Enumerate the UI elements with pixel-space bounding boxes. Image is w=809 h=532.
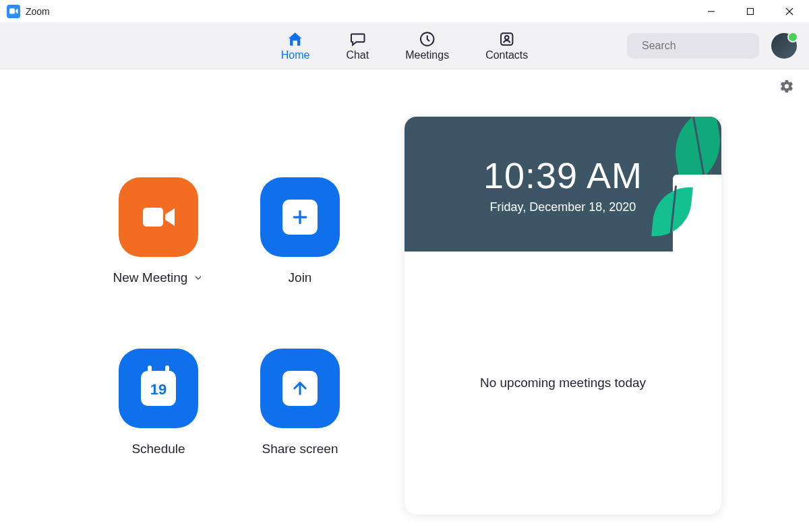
svg-point-7 [505,36,509,40]
zoom-app-icon [7,5,20,18]
home-icon [287,30,304,48]
window-controls [692,0,809,22]
search-input[interactable] [642,40,777,52]
window-close-button[interactable] [770,0,809,22]
video-icon [140,204,177,231]
schedule-button[interactable]: 19 [119,349,198,428]
tab-home[interactable]: Home [281,30,310,61]
tab-label: Home [281,49,310,61]
clock-hero: 10:39 AM Friday, December 18, 2020 [404,117,721,252]
no-meetings-message: No upcoming meetings today [480,376,646,390]
sub-toolbar [0,69,809,103]
svg-rect-0 [9,9,15,14]
profile-avatar[interactable] [771,33,797,59]
share-screen-button[interactable] [260,349,340,428]
schedule-label: Schedule [131,442,185,456]
chevron-down-icon [193,272,204,283]
maximize-icon [746,7,755,16]
window-titlebar: Zoom [0,0,809,22]
join-label: Join [289,270,312,285]
new-meeting-label: New Meeting [113,270,188,285]
tab-label: Meetings [405,49,449,61]
window-minimize-button[interactable] [692,0,731,22]
calendar-day: 19 [150,381,167,398]
main-navbar: Home Chat Meetings Contacts [0,22,809,69]
window-title: Zoom [26,6,50,17]
window-maximize-button[interactable] [731,0,770,22]
tab-label: Contacts [485,49,528,61]
upcoming-meetings-card: 10:39 AM Friday, December 18, 2020 No up… [404,117,721,514]
clock-icon [419,30,436,48]
new-meeting-button[interactable] [119,177,198,257]
tab-chat[interactable]: Chat [346,30,369,61]
svg-rect-2 [748,8,754,14]
contacts-icon [498,30,516,48]
current-time: 10:39 AM [483,154,642,196]
share-label: Share screen [262,442,338,456]
search-input-container[interactable] [627,33,759,59]
main-content: New Meeting Join [0,103,809,532]
minimize-icon [707,7,716,16]
current-date: Friday, December 18, 2020 [490,200,636,214]
svg-rect-10 [143,208,163,227]
plus-icon [282,200,318,235]
settings-button[interactable] [779,79,794,94]
nav-tabs: Home Chat Meetings Contacts [281,30,529,61]
gear-icon [779,79,794,94]
tab-label: Chat [346,49,369,61]
tab-meetings[interactable]: Meetings [405,30,449,61]
join-button[interactable] [260,177,340,257]
new-meeting-label-row[interactable]: New Meeting [113,270,204,285]
arrow-up-icon [282,371,318,406]
calendar-icon: 19 [141,371,176,406]
actions-panel: New Meeting Join [0,117,401,532]
tab-contacts[interactable]: Contacts [485,30,528,61]
close-icon [785,7,794,16]
meetings-panel: 10:39 AM Friday, December 18, 2020 No up… [401,117,809,532]
chat-icon [349,30,366,48]
